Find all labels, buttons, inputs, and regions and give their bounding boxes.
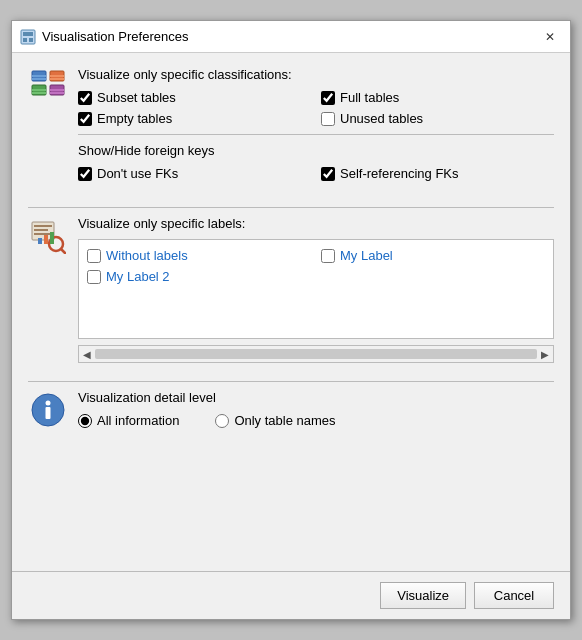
- unused-checkbox[interactable]: [321, 112, 335, 126]
- my-label-label[interactable]: My Label: [340, 248, 393, 263]
- svg-rect-24: [50, 232, 54, 244]
- all-info-label[interactable]: All information: [97, 413, 179, 428]
- dialog-title: Visualisation Preferences: [42, 29, 538, 44]
- dialog-content: Visualize only specific classifications:…: [12, 53, 570, 571]
- svg-rect-23: [44, 235, 48, 244]
- fk-title: Show/Hide foreign keys: [78, 143, 554, 158]
- scroll-left-arrow[interactable]: ◀: [83, 349, 91, 360]
- checkbox-no-fk: Don't use FKs: [78, 166, 311, 181]
- no-labels-label[interactable]: Without labels: [106, 248, 188, 263]
- svg-rect-3: [29, 38, 33, 42]
- classifications-checkboxes: Subset tables Full tables Empty tables U…: [78, 90, 554, 126]
- classifications-title: Visualize only specific classifications:: [78, 67, 554, 82]
- svg-rect-12: [32, 92, 46, 94]
- svg-rect-6: [32, 78, 46, 80]
- detail-section: Visualization detail level All informati…: [28, 390, 554, 428]
- detail-icon: [28, 390, 68, 428]
- dialog-icon: [20, 29, 36, 45]
- detail-radio-group: All information Only table names: [78, 413, 554, 428]
- my-label-checkbox[interactable]: [321, 249, 335, 263]
- svg-rect-5: [32, 75, 46, 77]
- labels-title: Visualize only specific labels:: [78, 216, 554, 231]
- fk-checkboxes: Don't use FKs Self-referencing FKs: [78, 166, 554, 181]
- self-ref-checkbox[interactable]: [321, 167, 335, 181]
- table-names-label[interactable]: Only table names: [234, 413, 335, 428]
- dialog-footer: Visualize Cancel: [12, 571, 570, 619]
- section-divider-1: [28, 207, 554, 208]
- svg-point-26: [46, 401, 51, 406]
- labels-icon: [28, 216, 68, 254]
- classifications-icon: [28, 67, 68, 105]
- visualize-button[interactable]: Visualize: [380, 582, 466, 609]
- labels-box: Without labels My Label My Label 2: [78, 239, 554, 339]
- scroll-right-arrow[interactable]: ▶: [541, 349, 549, 360]
- close-button[interactable]: ✕: [538, 25, 562, 49]
- svg-rect-19: [34, 233, 50, 235]
- full-label[interactable]: Full tables: [340, 90, 399, 105]
- checkbox-self-ref: Self-referencing FKs: [321, 166, 554, 181]
- svg-rect-14: [50, 89, 64, 91]
- svg-rect-11: [32, 89, 46, 91]
- svg-rect-27: [46, 407, 51, 419]
- dialog-window: Visualisation Preferences ✕: [11, 20, 571, 620]
- classifications-body: Visualize only specific classifications:…: [78, 67, 554, 189]
- subset-label[interactable]: Subset tables: [97, 90, 176, 105]
- section-divider-2: [28, 381, 554, 382]
- checkbox-unused: Unused tables: [321, 111, 554, 126]
- detail-body: Visualization detail level All informati…: [78, 390, 554, 428]
- full-checkbox[interactable]: [321, 91, 335, 105]
- empty-checkbox[interactable]: [78, 112, 92, 126]
- detail-title: Visualization detail level: [78, 390, 554, 405]
- cancel-button[interactable]: Cancel: [474, 582, 554, 609]
- labels-body: Visualize only specific labels: Without …: [78, 216, 554, 363]
- checkbox-empty: Empty tables: [78, 111, 311, 126]
- label-no-labels: Without labels: [87, 248, 311, 263]
- checkbox-full: Full tables: [321, 90, 554, 105]
- unused-label[interactable]: Unused tables: [340, 111, 423, 126]
- labels-scrollbar[interactable]: ◀ ▶: [78, 345, 554, 363]
- title-bar: Visualisation Preferences ✕: [12, 21, 570, 53]
- divider-fk: [78, 134, 554, 135]
- no-fk-label[interactable]: Don't use FKs: [97, 166, 178, 181]
- no-labels-checkbox[interactable]: [87, 249, 101, 263]
- empty-label[interactable]: Empty tables: [97, 111, 172, 126]
- svg-rect-22: [38, 238, 42, 244]
- svg-line-21: [61, 249, 65, 253]
- label-my-label: My Label: [321, 248, 545, 263]
- no-fk-checkbox[interactable]: [78, 167, 92, 181]
- svg-rect-2: [23, 38, 27, 42]
- label-my-label2: My Label 2: [87, 269, 311, 284]
- radio-table-names: Only table names: [215, 413, 335, 428]
- svg-rect-1: [23, 32, 33, 36]
- labels-grid: Without labels My Label My Label 2: [87, 248, 545, 284]
- svg-rect-15: [50, 92, 64, 94]
- svg-rect-17: [34, 225, 52, 227]
- table-names-radio[interactable]: [215, 414, 229, 428]
- my-label2-checkbox[interactable]: [87, 270, 101, 284]
- svg-rect-18: [34, 229, 48, 231]
- svg-rect-9: [50, 78, 64, 80]
- all-info-radio[interactable]: [78, 414, 92, 428]
- radio-all-info: All information: [78, 413, 179, 428]
- labels-section: Visualize only specific labels: Without …: [28, 216, 554, 363]
- classifications-section: Visualize only specific classifications:…: [28, 67, 554, 189]
- subset-checkbox[interactable]: [78, 91, 92, 105]
- checkbox-subset: Subset tables: [78, 90, 311, 105]
- my-label2-label[interactable]: My Label 2: [106, 269, 170, 284]
- svg-rect-8: [50, 75, 64, 77]
- self-ref-label[interactable]: Self-referencing FKs: [340, 166, 459, 181]
- scrollbar-track[interactable]: [95, 349, 537, 359]
